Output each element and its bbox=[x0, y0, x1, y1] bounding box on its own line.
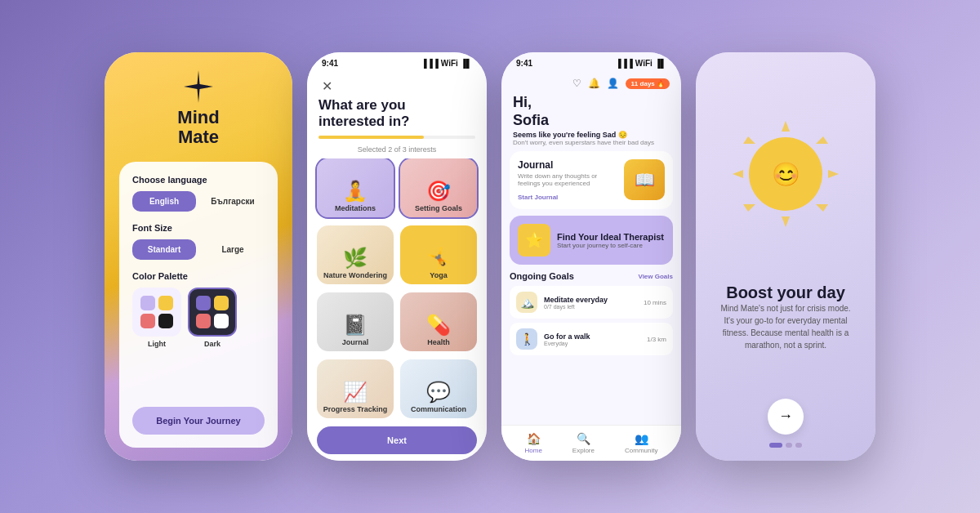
interest-goals[interactable]: 🎯 Setting Goals bbox=[400, 158, 477, 217]
interest-meditations[interactable]: 🧘 Meditations bbox=[317, 158, 394, 217]
progress-label: Progress Tracking bbox=[323, 405, 388, 413]
color-palette-label: Color Palette bbox=[132, 271, 265, 281]
phone-1-settings: Mind Mate Choose language English Българ… bbox=[105, 52, 292, 461]
goal-walk-info: Go for a walk Everyday bbox=[544, 332, 640, 346]
interest-nature[interactable]: 🌿 Nature Wondering bbox=[317, 225, 394, 284]
walk-icon: 🚶 bbox=[516, 328, 537, 350]
pagination-dots bbox=[769, 443, 802, 448]
nature-icon: 🌿 bbox=[343, 248, 368, 268]
therapist-sub: Start your journey to self-care bbox=[557, 242, 664, 249]
light-swatch-yellow bbox=[158, 296, 173, 310]
yoga-icon: 🤸 bbox=[426, 248, 451, 268]
goal-meditate-time: 10 mins bbox=[644, 299, 666, 306]
communication-label: Communication bbox=[411, 405, 466, 413]
explore-nav-label: Explore bbox=[572, 447, 595, 454]
svg-marker-2 bbox=[828, 170, 839, 178]
goal-walk[interactable]: 🚶 Go for a walk Everyday 1/3 km bbox=[510, 323, 673, 355]
start-journal-link[interactable]: Start Journal bbox=[518, 194, 617, 201]
view-goals-link[interactable]: View Goals bbox=[638, 273, 673, 280]
community-nav-icon: 👥 bbox=[635, 432, 648, 445]
light-swatch-purple bbox=[140, 296, 155, 310]
progress-bar-bg bbox=[318, 136, 475, 139]
goals-title: Ongoing Goals bbox=[510, 271, 574, 281]
communication-icon: 💬 bbox=[426, 382, 451, 402]
health-label: Health bbox=[427, 338, 450, 346]
p2-header: ✕ bbox=[307, 71, 487, 97]
interest-health[interactable]: 💊 Health bbox=[400, 292, 477, 351]
interests-grid: 🧘 Meditations 🎯 Setting Goals 🌿 Nature W… bbox=[307, 158, 487, 420]
wifi-p3: WiFi bbox=[635, 59, 653, 68]
light-swatch-red bbox=[140, 314, 155, 328]
meditations-icon: 🧘 bbox=[343, 181, 368, 201]
nav-community[interactable]: 👥 Community bbox=[625, 432, 657, 454]
svg-marker-3 bbox=[816, 204, 828, 212]
progress-bar-fill bbox=[318, 136, 424, 139]
battery-p3: ▐▌ bbox=[655, 59, 666, 68]
language-english-btn[interactable]: English bbox=[132, 191, 196, 212]
profile-icon[interactable]: 👤 bbox=[607, 78, 619, 89]
font-large-btn[interactable]: Large bbox=[201, 239, 265, 260]
font-size-setting: Font Size Standart Large bbox=[132, 223, 265, 260]
close-button[interactable]: ✕ bbox=[318, 78, 335, 94]
svg-marker-6 bbox=[733, 170, 743, 178]
svg-marker-7 bbox=[743, 136, 755, 144]
nav-explore[interactable]: 🔍 Explore bbox=[572, 432, 595, 454]
next-arrow-button[interactable]: → bbox=[768, 399, 804, 435]
interest-progress[interactable]: 📈 Progress Tracking bbox=[317, 359, 394, 418]
interest-journal[interactable]: 📓 Journal bbox=[317, 292, 394, 351]
battery-icon: ▐▌ bbox=[461, 59, 472, 68]
language-bulgarian-btn[interactable]: Български bbox=[201, 191, 265, 212]
sun-illustration: 😊 bbox=[724, 113, 847, 235]
next-button[interactable]: Next bbox=[317, 426, 477, 454]
p3-header: ♡ 🔔 👤 11 days 🔥 bbox=[501, 71, 681, 91]
svg-marker-0 bbox=[782, 121, 790, 132]
interest-communication[interactable]: 💬 Communication bbox=[400, 359, 477, 418]
community-nav-label: Community bbox=[625, 447, 657, 454]
begin-journey-button[interactable]: Begin Your Journey bbox=[132, 407, 265, 435]
heart-icon[interactable]: ♡ bbox=[572, 78, 581, 89]
goal-meditate-sub: 0/7 days left bbox=[544, 304, 637, 310]
nav-home[interactable]: 🏠 Home bbox=[525, 432, 542, 454]
goals-section: Ongoing Goals View Goals 🏔️ Meditate eve… bbox=[501, 271, 681, 359]
phone-2-interests: 9:41 ▐▐▐ WiFi ▐▌ ✕ What are you interest… bbox=[307, 52, 487, 461]
home-nav-icon: 🏠 bbox=[527, 432, 541, 445]
bottom-nav: 🏠 Home 🔍 Explore 👥 Community bbox=[501, 425, 681, 461]
goals-label: Setting Goals bbox=[415, 204, 462, 212]
dark-swatch-white bbox=[214, 314, 229, 328]
svg-marker-5 bbox=[743, 204, 755, 212]
boost-desc: Mind Mate's not just for crisis mode. It… bbox=[709, 302, 862, 351]
dark-palette-card[interactable] bbox=[188, 288, 237, 337]
light-palette-card[interactable] bbox=[132, 288, 181, 337]
interest-yoga[interactable]: 🤸 Yoga bbox=[400, 225, 477, 284]
dark-swatch-yellow bbox=[214, 296, 229, 310]
bell-icon[interactable]: 🔔 bbox=[588, 78, 600, 89]
journal-card-desc: Write down any thoughts or feelings you … bbox=[518, 172, 617, 187]
goals-icon: 🎯 bbox=[426, 181, 451, 201]
font-standard-btn[interactable]: Standart bbox=[132, 239, 196, 260]
light-palette-label: Light bbox=[148, 340, 166, 348]
progress-icon: 📈 bbox=[343, 382, 368, 402]
journal-label: Journal bbox=[342, 338, 369, 346]
sun-face-icon: 😊 bbox=[772, 161, 800, 188]
phone-3-home: 9:41 ▐▐▐ WiFi ▐▌ ♡ 🔔 👤 11 days 🔥 Hi,Sofi… bbox=[501, 52, 681, 461]
journal-text-area: Journal Write down any thoughts or feeli… bbox=[518, 159, 617, 201]
therapist-title: Find Your Ideal Therapist bbox=[557, 232, 664, 242]
goal-meditate[interactable]: 🏔️ Meditate everyday 0/7 days left 10 mi… bbox=[510, 286, 673, 319]
logo-area: Mind Mate bbox=[177, 69, 219, 147]
journal-card-title: Journal bbox=[518, 159, 617, 171]
therapist-card[interactable]: ⭐ Find Your Ideal Therapist Start your j… bbox=[510, 216, 673, 265]
journal-card[interactable]: Journal Write down any thoughts or feeli… bbox=[510, 151, 673, 209]
settings-card: Choose language English Български Font S… bbox=[119, 162, 278, 448]
mindmate-star-logo bbox=[180, 69, 216, 105]
signal-p3: ▐▐▐ bbox=[616, 59, 633, 68]
yoga-label: Yoga bbox=[430, 271, 447, 279]
phones-container: Mind Mate Choose language English Българ… bbox=[88, 36, 892, 477]
journal-card-icon: 📖 bbox=[635, 170, 655, 190]
app-name: Mind Mate bbox=[177, 108, 219, 147]
journal-icon-box: 📖 bbox=[624, 159, 665, 200]
boost-text-area: Boost your day Mind Mate's not just for … bbox=[709, 283, 862, 351]
svg-marker-1 bbox=[816, 136, 828, 144]
phone-4-boost: 😊 Boost your day Mind Mate's not just fo… bbox=[696, 52, 875, 461]
time-p3: 9:41 bbox=[516, 59, 532, 68]
interests-title: What are you interested in? bbox=[307, 97, 487, 131]
